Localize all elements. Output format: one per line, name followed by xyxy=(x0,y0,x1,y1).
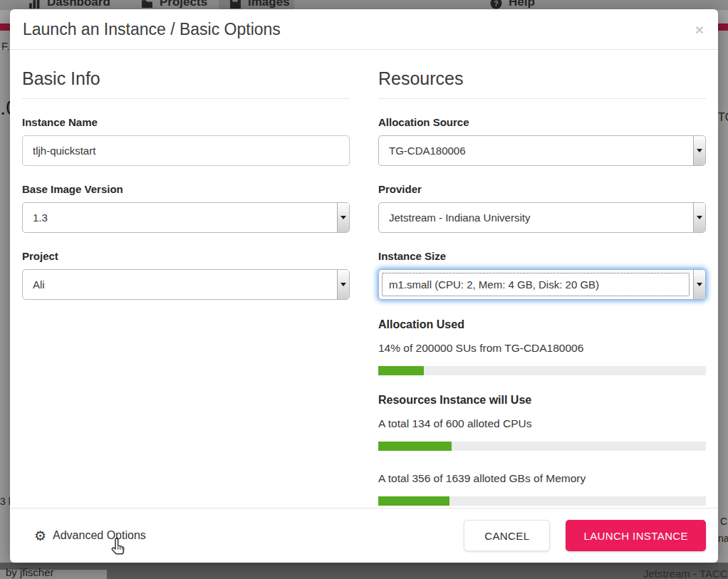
chevron-down-icon xyxy=(693,136,705,165)
modal-footer: ⚙ Advanced Options CANCEL LAUNCH INSTANC… xyxy=(10,508,718,563)
chevron-down-icon xyxy=(693,270,705,299)
chevron-down-icon xyxy=(693,203,705,232)
cpu-usage-text: A total 134 of 600 alloted CPUs xyxy=(378,417,706,430)
resources-column: Resources Allocation Source TG-CDA180006… xyxy=(378,50,706,508)
modal-title: Launch an Instance / Basic Options xyxy=(23,20,705,39)
project-select[interactable]: Ali xyxy=(22,269,350,300)
nav-label: Help xyxy=(509,0,535,9)
close-icon[interactable]: × xyxy=(695,22,704,37)
background-text-fragment: F. xyxy=(1,40,10,52)
allocation-source-label: Allocation Source xyxy=(378,116,706,128)
save-icon xyxy=(229,0,241,9)
modal-body: Basic Info Instance Name Base Image Vers… xyxy=(10,50,718,508)
nav-item-projects[interactable]: Projects xyxy=(141,0,207,9)
basic-info-heading: Basic Info xyxy=(22,68,350,99)
background-text-fragment: 3 l xyxy=(0,496,11,507)
instance-size-select[interactable]: m1.small (CPU: 2, Mem: 4 GB, Disk: 20 GB… xyxy=(378,269,706,300)
select-value: TG-CDA180006 xyxy=(389,145,466,157)
footer-buttons: CANCEL LAUNCH INSTANCE xyxy=(464,520,706,551)
memory-usage-progress xyxy=(378,496,706,506)
footer-provider-text: Jetstream - TACC xyxy=(643,568,728,579)
background-text-fragment: C xyxy=(720,516,727,527)
nav-item-dashboard[interactable]: Dashboard xyxy=(28,0,110,9)
allocation-used-progress xyxy=(378,366,706,375)
footer-credit-text: by jfischer xyxy=(6,566,54,578)
project-label: Project xyxy=(22,250,350,262)
provider-select[interactable]: Jetstream - Indiana University xyxy=(378,202,706,233)
allocation-used-heading: Allocation Used xyxy=(378,318,706,331)
gear-icon: ⚙ xyxy=(34,528,46,544)
base-image-version-select[interactable]: 1.3 xyxy=(22,202,350,233)
top-navbar: Dashboard Projects Images ? Help xyxy=(0,0,728,10)
nav-item-images[interactable]: Images xyxy=(229,0,290,9)
page-footer-bar xyxy=(0,563,728,579)
svg-text:?: ? xyxy=(494,0,498,8)
basic-info-column: Basic Info Instance Name Base Image Vers… xyxy=(22,50,350,508)
cancel-button[interactable]: CANCEL xyxy=(464,520,550,551)
advanced-options-label: Advanced Options xyxy=(53,529,146,542)
modal-header: Launch an Instance / Basic Options × xyxy=(10,9,718,50)
help-icon: ? xyxy=(490,0,502,9)
select-value: 1.3 xyxy=(33,212,48,224)
folder-icon xyxy=(141,0,153,9)
progress-fill xyxy=(378,366,424,375)
nav-item-help[interactable]: ? Help xyxy=(490,0,535,9)
select-value: m1.small (CPU: 2, Mem: 4 GB, Disk: 20 GB… xyxy=(389,278,599,291)
base-image-version-label: Base Image Version xyxy=(22,183,350,195)
launch-instance-button[interactable]: LAUNCH INSTANCE xyxy=(566,520,706,551)
allocation-source-select[interactable]: TG-CDA180006 xyxy=(378,135,706,166)
nav-label: Dashboard xyxy=(47,0,110,9)
instance-size-label: Instance Size xyxy=(378,250,706,262)
memory-usage-text: A total 356 of 1639 alloted GBs of Memor… xyxy=(378,472,706,485)
cpu-usage-progress xyxy=(378,442,706,451)
allocation-used-text: 14% of 200000 SUs from TG-CDA180006 xyxy=(378,342,706,355)
progress-fill xyxy=(378,496,449,506)
nav-label: Projects xyxy=(160,0,207,9)
launch-instance-modal: Launch an Instance / Basic Options × Bas… xyxy=(10,9,718,563)
instance-name-input[interactable] xyxy=(22,135,350,166)
select-value: Jetstream - Indiana University xyxy=(389,212,530,224)
progress-fill xyxy=(378,442,452,451)
instance-name-label: Instance Name xyxy=(22,116,350,128)
select-value: Ali xyxy=(33,278,45,291)
resources-heading: Resources xyxy=(378,68,706,99)
provider-label: Provider xyxy=(378,183,706,195)
advanced-options-link[interactable]: ⚙ Advanced Options xyxy=(34,528,146,544)
background-text-fragment: na xyxy=(718,533,728,544)
resources-usage-heading: Resources Instance will Use xyxy=(378,394,706,407)
bar-chart-icon xyxy=(28,0,41,9)
nav-label: Images xyxy=(248,0,290,9)
chevron-down-icon xyxy=(337,203,349,232)
chevron-down-icon xyxy=(337,270,349,299)
background-text-fragment: TG xyxy=(718,111,728,124)
